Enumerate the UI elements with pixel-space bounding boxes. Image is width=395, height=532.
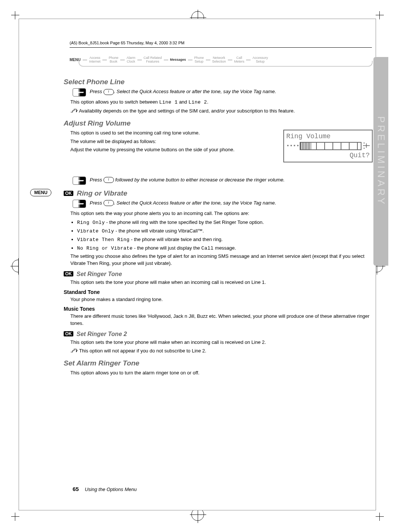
- preliminary-tab-text: PRELIMINARY: [375, 116, 387, 206]
- ring-volume-display-quit: Quit?: [286, 151, 370, 160]
- shortcut-icon: [73, 177, 86, 185]
- cropmark-tr: [376, 11, 384, 19]
- menu-dash: [164, 60, 168, 60]
- adjust-ring-p1: This option is used to set the incoming …: [70, 130, 264, 137]
- ok-badge: OK: [64, 271, 73, 276]
- menu-dash: [120, 60, 125, 60]
- adjust-ring-p3: Adjust the volume by pressing the volume…: [70, 146, 264, 153]
- cropmark-br: [376, 513, 384, 521]
- volume-bar-ticks: [300, 143, 361, 149]
- select-phone-line-p1: This option allows you to switch between…: [70, 99, 373, 106]
- heading-select-phone-line: Select Phone Line: [64, 78, 373, 86]
- menu-dash: [83, 60, 87, 60]
- up-button-icon: [103, 177, 114, 183]
- page-frame: (A5) Book_8J51.book Page 65 Thursday, Ma…: [19, 19, 376, 510]
- heading-set-alarm-ringer-tone: Set Alarm Ringer Tone: [64, 359, 373, 367]
- list-item: Vibrate Only - the phone will vibrate us…: [77, 227, 373, 235]
- ring-vibrate-outro: The setting you choose also defines the …: [70, 253, 373, 267]
- heading-set-ringer-tone-2: OK Set Ringer Tone 2: [64, 331, 373, 338]
- bar-left-glyph: ▪▪▪▪: [286, 142, 300, 150]
- menu-dash: [188, 60, 192, 60]
- note-icon: [70, 108, 78, 114]
- note-icon: [70, 348, 78, 354]
- page-number: 65: [73, 486, 79, 492]
- adjust-ring-p2: The volume will be displayed as follows:: [70, 138, 264, 145]
- menu-pill-margin: MENU: [30, 189, 51, 196]
- up-button-icon: [103, 200, 114, 206]
- ring-volume-display-title: Ring Volume: [286, 132, 370, 141]
- shortcut-icon: [73, 200, 86, 208]
- menu-bracket: [79, 61, 373, 67]
- set-ringer-tone2-p2: This option will not appear if you do no…: [70, 348, 373, 355]
- standard-tone-p: Your phone makes a standard ringing tone…: [70, 296, 373, 303]
- callout-text: Press followed by the volume button to e…: [90, 177, 285, 184]
- ring-volume-display: Ring Volume ▪▪▪▪ ▪━╋━▪ Quit?: [283, 130, 373, 162]
- content-area: Select Phone Line Press . Select the Qui…: [64, 73, 373, 378]
- ok-badge: OK: [64, 331, 73, 336]
- ring-vibrate-list: Ring Only - the phone will ring with the…: [77, 219, 373, 253]
- set-alarm-ringer-tone-p: This option allows you to turn the alarm…: [70, 370, 373, 377]
- footer-title: Using the Options Menu: [85, 487, 137, 492]
- set-ringer-tone2-p1: This option sets the tone your phone wil…: [70, 339, 373, 346]
- select-phone-line-p2: Availability depends on the type and set…: [70, 108, 373, 115]
- callout-text: Press . Select the Quick Access feature …: [90, 88, 276, 95]
- set-ringer-tone-p: This option sets the tone your phone wil…: [70, 279, 373, 286]
- volume-plus-minus-icon: ▪━╋━▪: [363, 142, 370, 150]
- heading-standard-tone: Standard Tone: [64, 289, 373, 295]
- preliminary-tab: PRELIMINARY: [373, 57, 388, 266]
- heading-music-tones: Music Tones: [64, 306, 373, 312]
- heading-adjust-ring-volume: Adjust Ring Volume: [64, 119, 373, 127]
- callout-text: Press . Select the Quick Access feature …: [90, 200, 276, 207]
- callout-adjust-ring: Press followed by the volume button to e…: [73, 177, 373, 185]
- menu-dash: [228, 60, 232, 60]
- header-path: (A5) Book_8J51.book Page 65 Thursday, Ma…: [70, 41, 184, 45]
- music-tones-p: There are different music tones like ‘Ho…: [70, 313, 373, 327]
- shortcut-icon: [73, 88, 86, 96]
- menu-dash: [137, 60, 142, 60]
- header-rule: [70, 47, 372, 48]
- list-item: Ring Only - the phone will ring with the…: [77, 219, 373, 227]
- list-item: Vibrate Then Ring - the phone will vibra…: [77, 236, 373, 244]
- up-button-icon: [103, 89, 114, 95]
- cropmark-bl: [11, 513, 19, 521]
- volume-bar: [300, 142, 361, 150]
- heading-set-ringer-tone: OK Set Ringer Tone: [64, 271, 373, 278]
- ring-vibrate-intro: This option sets the way your phone aler…: [70, 210, 373, 217]
- list-item: No Ring or Vibrate - the phone will just…: [77, 244, 373, 252]
- callout-ring-or-vibrate: Press . Select the Quick Access feature …: [73, 200, 373, 208]
- heading-ring-or-vibrate: OK Ring or Vibrate: [64, 189, 373, 197]
- cropmark-tl: [11, 11, 19, 19]
- callout-select-phone-line: Press . Select the Quick Access feature …: [73, 88, 373, 96]
- page-footer: 65 Using the Options Menu: [73, 486, 137, 492]
- menu-dash: [246, 60, 251, 60]
- menu-dash: [102, 60, 107, 60]
- ok-badge: OK: [64, 191, 73, 196]
- menu-dash: [206, 60, 210, 60]
